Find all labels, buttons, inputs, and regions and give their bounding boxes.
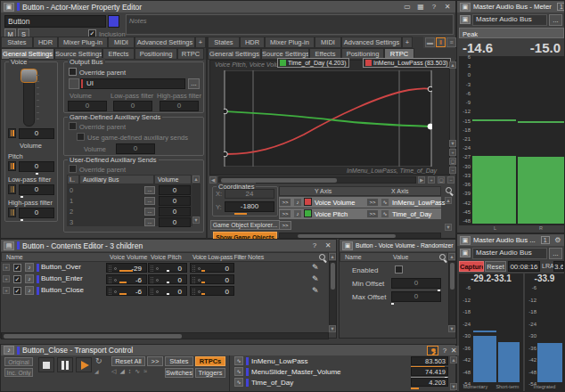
speaker-icon[interactable]: ♪ xyxy=(293,198,302,207)
tab-mixer-plugin[interactable]: Mixer Plug-in xyxy=(58,37,108,48)
bus-browse-button[interactable]: ... xyxy=(188,78,200,89)
object-name-input[interactable]: Button xyxy=(4,15,106,28)
voice-volume-cell[interactable]: -29 xyxy=(106,263,147,273)
expand-x-button[interactable]: >> xyxy=(366,198,379,207)
zoom-in-icon[interactable]: + xyxy=(449,149,456,156)
loudness-titlebar[interactable]: ▣ Master Audio Bus ... 1 ⚙ ? ✕ xyxy=(457,234,564,246)
search-icon[interactable] xyxy=(318,253,327,262)
instance-one-icon[interactable]: 1 xyxy=(541,236,550,244)
ob-volume-field[interactable]: 0 xyxy=(68,101,107,111)
hscroll-right-icon[interactable]: ▶ xyxy=(418,176,425,184)
add-rtpc-button[interactable]: >> xyxy=(279,221,291,230)
edit-notes-icon[interactable]: ✎ xyxy=(312,286,319,295)
param-value-field[interactable]: 4.203 xyxy=(411,378,448,387)
contents-scroll-down-icon[interactable]: ▼ xyxy=(329,325,336,332)
user-aux-col-id[interactable]: I.. xyxy=(67,175,79,184)
rtpc-row-voice-pitch[interactable]: >> ♪ Voice Pitch >> ∿ Time_of_Day xyxy=(279,208,441,219)
ob-highpass-field[interactable]: 0 xyxy=(160,101,199,111)
output-bus-override-checkbox[interactable] xyxy=(69,68,77,76)
user-aux-col-volume[interactable]: Volume xyxy=(154,175,192,184)
output-bus-field[interactable]: UI xyxy=(80,78,185,89)
play-button[interactable] xyxy=(76,357,92,372)
scroll-up-icon[interactable]: ▲ xyxy=(192,176,200,183)
randomizer-vscrollbar[interactable] xyxy=(448,261,456,326)
tab-midi[interactable]: MIDI xyxy=(315,37,341,48)
loudness-bus-field[interactable]: Master Audio Bus xyxy=(472,248,547,259)
x-axis-header[interactable]: X Axis xyxy=(391,188,408,194)
tab-hdr[interactable]: HDR xyxy=(240,37,265,48)
expand-icon[interactable]: + xyxy=(3,287,10,294)
graph-frame-icon[interactable]: ▢ xyxy=(438,176,445,184)
randomizer-scroll-up-icon[interactable]: ▲ xyxy=(448,253,455,260)
col-voice-volume[interactable]: Voice Volume xyxy=(110,254,147,260)
aux-volume-field[interactable]: 0 xyxy=(159,196,191,206)
contents-vscrollbar[interactable] xyxy=(329,261,337,326)
param-slider[interactable] xyxy=(411,388,419,389)
col-value[interactable]: Value xyxy=(393,254,408,260)
inc-only-button[interactable]: Inc. Only xyxy=(4,368,33,377)
volume-slider-handle[interactable] xyxy=(20,69,37,83)
col-voice-pitch[interactable]: Voice Pitch xyxy=(151,254,182,260)
params-scroll-down-icon[interactable]: ▼ xyxy=(450,383,457,390)
legend-time-of-day[interactable]: Time_of_Day (4.203) xyxy=(277,58,349,68)
expand-icon[interactable]: + xyxy=(3,264,10,271)
voice-volume-field[interactable]: 0 xyxy=(19,128,54,139)
legend-inmenu-lowpass[interactable]: InMenu_LowPass (83.503) xyxy=(363,58,451,68)
export-icon[interactable]: ▭ xyxy=(402,2,413,12)
y-axis-header[interactable]: Y Axis xyxy=(315,188,332,194)
states-button[interactable]: States xyxy=(165,356,193,366)
user-aux-scrollbar[interactable] xyxy=(192,184,201,216)
row-include-checkbox[interactable]: ✓ xyxy=(13,264,21,272)
tab-states[interactable]: States xyxy=(208,37,240,48)
y-coordinate-field[interactable]: -1800 xyxy=(225,201,274,212)
graph-collapse-icon[interactable]: − xyxy=(447,176,454,184)
voice-lowpass-cell[interactable]: 0 xyxy=(190,274,234,284)
graph-pan-icon[interactable]: + xyxy=(428,176,435,184)
expand-curve-button[interactable]: >> xyxy=(279,198,291,207)
contents-hscrollbar[interactable] xyxy=(1,332,329,339)
voice-pitch-cell[interactable]: 0 xyxy=(148,286,187,296)
x-coordinate-field[interactable]: 24 xyxy=(225,189,274,199)
transport-mini-icons[interactable]: ◁◢↕∿≈ xyxy=(111,368,163,375)
col-voice-lowpass[interactable]: Voice Low-pass Filter xyxy=(192,254,246,260)
search-icon[interactable] xyxy=(438,253,447,262)
tab-more[interactable]: + xyxy=(195,37,206,48)
user-aux-override-checkbox[interactable] xyxy=(69,165,77,173)
expand-x-button[interactable]: >> xyxy=(366,209,379,218)
voice-pitch-cell[interactable]: 0 xyxy=(148,274,187,284)
tab-hdr[interactable]: HDR xyxy=(33,37,58,48)
close-icon[interactable]: ✕ xyxy=(448,346,459,355)
stop-button[interactable] xyxy=(38,357,54,372)
aux-browse-button[interactable]: ... xyxy=(144,208,155,216)
tab-general-settings[interactable]: General Settings xyxy=(208,48,261,60)
voice-highpass-field[interactable]: 0 xyxy=(19,208,54,218)
row-include-checkbox[interactable]: ✓ xyxy=(13,275,21,283)
col-name[interactable]: Name xyxy=(6,254,23,260)
aux-browse-button[interactable]: ... xyxy=(144,218,155,226)
pause-button[interactable] xyxy=(57,357,73,372)
randomizer-titlebar[interactable]: ▣ Button - Voice Volume - Randomizer ? ✕ xyxy=(340,240,455,251)
original-button[interactable]: Original xyxy=(4,357,33,366)
layout-pause-icon[interactable]: ‖ xyxy=(436,37,446,47)
game-aux-override-checkbox[interactable] xyxy=(69,122,77,130)
aux-volume-field[interactable]: 0 xyxy=(159,207,191,216)
tab-rtpc[interactable]: RTPC xyxy=(177,48,204,60)
param-value-field[interactable]: 74.419 xyxy=(411,367,448,376)
ob-lowpass-field[interactable]: 0 xyxy=(113,101,152,111)
meter-mode-select[interactable]: Peak xyxy=(459,28,564,38)
rtpc-table-scroll-down-icon[interactable]: ▼ xyxy=(445,224,452,231)
rtpcs-button[interactable]: RTPCs xyxy=(195,356,225,366)
loudness-bus-browse-button[interactable]: ... xyxy=(549,248,562,259)
params-scroll-up-icon[interactable]: ▲ xyxy=(450,356,457,363)
voice-lowpass-cell[interactable]: 0 xyxy=(190,263,234,273)
meter-titlebar[interactable]: ▣ Master Audio Bus - Meter 1 ? ✕ xyxy=(457,1,564,12)
speaker-icon[interactable]: ♪ xyxy=(293,209,302,218)
zoom-fit-icon[interactable]: ▢ xyxy=(449,158,456,165)
col-name[interactable]: Name xyxy=(345,254,362,260)
aux-browse-button[interactable]: ... xyxy=(144,197,155,205)
reset-all-button[interactable]: Reset All xyxy=(111,356,145,366)
graph-scroll-up-icon[interactable]: ▲ xyxy=(449,61,456,69)
tab-more[interactable]: + xyxy=(402,37,413,48)
contents-scroll-up-icon[interactable]: ▲ xyxy=(329,253,336,260)
game-object-explorer-button[interactable]: Game Object Explorer... xyxy=(210,220,280,230)
